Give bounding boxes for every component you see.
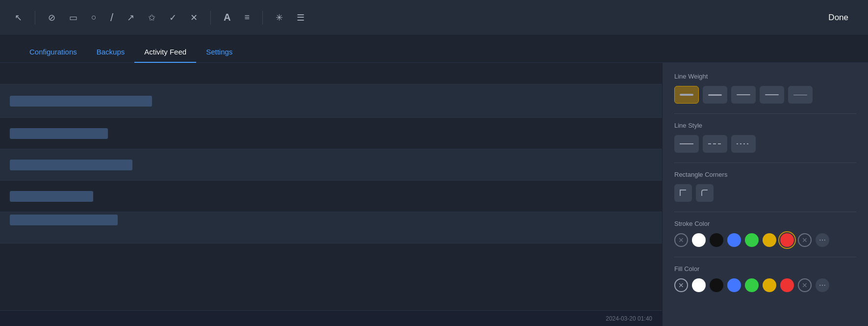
lw-option-5[interactable]	[788, 86, 813, 104]
tab-activity-feed[interactable]: Activity Feed	[134, 42, 196, 63]
toolbar-divider-1	[35, 11, 35, 25]
line-style-options	[674, 135, 856, 153]
lw-line-3	[737, 94, 750, 95]
toolbar-divider-2	[210, 11, 211, 25]
corner-rounded-icon	[700, 188, 710, 198]
annotation-panel: Line Weight L	[662, 63, 868, 326]
cursor-icon[interactable]: ↖	[12, 10, 25, 25]
divider-2	[674, 163, 856, 163]
lw-option-4[interactable]	[760, 86, 784, 104]
divider-3	[674, 212, 856, 212]
stroke-swatch-white[interactable]	[692, 233, 706, 247]
corner-rounded[interactable]	[696, 184, 714, 202]
stroke-swatch-yellow[interactable]	[763, 233, 776, 247]
main-content: Relative Date 1 hour ago 10 hours ago	[0, 63, 868, 326]
line-icon[interactable]: /	[107, 9, 116, 26]
tab-backups[interactable]: Backups	[87, 42, 135, 63]
list-icon[interactable]: ≡	[241, 10, 253, 25]
stroke-swatch-transparent[interactable]: ✕	[674, 233, 688, 247]
menu-icon[interactable]: ☰	[294, 10, 307, 25]
stroke-swatch-x2[interactable]: ✕	[798, 233, 812, 247]
lw-option-1[interactable]	[674, 86, 699, 104]
row-bar-1	[10, 96, 152, 107]
tab-configurations[interactable]: Configurations	[20, 42, 87, 63]
corner-options	[674, 184, 856, 202]
arrow-icon[interactable]: ↗	[124, 10, 137, 25]
fill-swatch-green[interactable]	[745, 278, 759, 292]
stroke-color-label: Stroke Color	[674, 220, 856, 227]
stroke-swatch-more[interactable]: ⋯	[816, 233, 829, 247]
lw-line-5	[793, 95, 807, 95]
status-timestamp: 2024-03-20 01:40	[606, 315, 652, 322]
lw-option-3[interactable]	[731, 86, 756, 104]
fill-swatch-yellow[interactable]	[763, 278, 776, 292]
fill-color-swatches: ✕ ✕ ⋯	[674, 278, 856, 292]
stroke-swatch-red[interactable]	[780, 233, 794, 247]
line-style-label: Line Style	[674, 122, 856, 129]
lw-line-4	[765, 94, 779, 95]
corner-sharp-icon	[678, 188, 688, 198]
toolbar-divider-3	[262, 11, 263, 25]
ls-dotted-line	[737, 143, 750, 144]
rectangle-corners-section: Rectangle Corners	[674, 171, 856, 202]
ls-dashed-line	[708, 143, 722, 144]
stroke-swatch-black[interactable]	[710, 233, 723, 247]
line-style-section: Line Style	[674, 122, 856, 153]
row-bar-2	[10, 128, 108, 139]
tab-bar: Configurations Backups Activity Feed Set…	[0, 35, 868, 63]
sparkle-icon[interactable]: ✳	[273, 10, 286, 25]
stroke-color-section: Stroke Color ✕ ✕ ⋯	[674, 220, 856, 247]
corner-sharp[interactable]	[674, 184, 692, 202]
rectangle-icon[interactable]: ▭	[66, 10, 80, 25]
fill-color-label: Fill Color	[674, 265, 856, 272]
line-weight-options	[674, 86, 856, 104]
divider-1	[674, 113, 856, 114]
fill-swatch-black[interactable]	[710, 278, 723, 292]
ls-option-dotted[interactable]	[731, 135, 756, 153]
stroke-swatch-blue[interactable]	[727, 233, 741, 247]
star-icon[interactable]: ✩	[145, 10, 158, 25]
row-bar-4	[10, 191, 93, 202]
fill-swatch-transparent[interactable]: ✕	[674, 278, 688, 292]
ls-option-solid[interactable]	[674, 135, 699, 153]
ls-solid-line	[680, 143, 693, 144]
row-bar-3	[10, 160, 132, 170]
toolbar: ↖ ⊘ ▭ ○ / ↗ ✩ ✓ ✕ A ≡ ✳ ☰ Done	[0, 0, 868, 35]
lw-line-2	[708, 94, 722, 96]
done-button[interactable]: Done	[820, 10, 856, 26]
fill-swatch-blue[interactable]	[727, 278, 741, 292]
fill-color-section: Fill Color ✕ ✕ ⋯	[674, 265, 856, 292]
fill-swatch-more[interactable]: ⋯	[816, 278, 829, 292]
divider-4	[674, 257, 856, 257]
rectangle-corners-label: Rectangle Corners	[674, 171, 856, 178]
line-weight-label: Line Weight	[674, 73, 856, 80]
fill-swatch-red[interactable]	[780, 278, 794, 292]
lw-option-2[interactable]	[703, 86, 727, 104]
text-icon[interactable]: A	[221, 10, 233, 25]
ls-option-dashed[interactable]	[703, 135, 727, 153]
edit-icon[interactable]: ⊘	[45, 10, 58, 25]
fill-swatch-white[interactable]	[692, 278, 706, 292]
close-x-icon[interactable]: ✕	[187, 10, 201, 25]
ellipse-icon[interactable]: ○	[88, 10, 100, 25]
lw-line-1	[680, 94, 693, 96]
stroke-color-swatches: ✕ ✕ ⋯	[674, 233, 856, 247]
line-weight-section: Line Weight	[674, 73, 856, 104]
stroke-swatch-green[interactable]	[745, 233, 759, 247]
checkmark-icon[interactable]: ✓	[166, 10, 179, 25]
tab-settings[interactable]: Settings	[196, 42, 242, 63]
row-bar-5	[10, 215, 118, 225]
status-bar: 2024-03-20 01:40	[0, 310, 662, 326]
fill-swatch-x2[interactable]: ✕	[798, 278, 812, 292]
